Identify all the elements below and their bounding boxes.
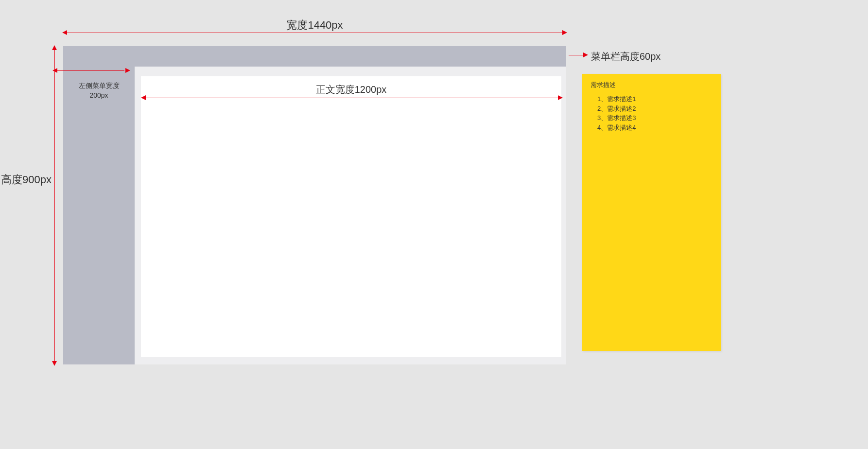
requirements-title: 需求描述 bbox=[590, 81, 712, 89]
height-arrow-line bbox=[54, 49, 55, 362]
sidebar: 左侧菜单宽度 200px bbox=[63, 67, 135, 364]
content-wrap: 左侧菜单宽度 200px bbox=[63, 67, 566, 364]
arrow-left-icon bbox=[52, 68, 57, 73]
total-height-label: 高度900px bbox=[1, 173, 52, 187]
arrow-right-icon bbox=[558, 95, 563, 100]
sidebar-width-label-line2: 200px bbox=[63, 91, 135, 101]
requirements-panel: 需求描述 1、需求描述1 2、需求描述2 3、需求描述3 4、需求描述4 bbox=[582, 74, 721, 351]
arrow-left-icon bbox=[141, 95, 146, 100]
main-content-area bbox=[141, 76, 561, 357]
arrow-right-icon bbox=[562, 30, 567, 35]
arrow-right-icon bbox=[583, 52, 588, 57]
content-width-arrow-line bbox=[145, 98, 558, 98]
content-width-label: 正文宽度1200px bbox=[141, 83, 561, 96]
arrow-down-icon bbox=[52, 361, 57, 366]
sidebar-width-label-line1: 左侧菜单宽度 bbox=[63, 81, 135, 91]
arrow-right-icon bbox=[125, 68, 130, 73]
requirement-item: 2、需求描述2 bbox=[597, 104, 712, 114]
total-width-label: 宽度1440px bbox=[63, 18, 566, 33]
requirement-item: 3、需求描述3 bbox=[597, 113, 712, 123]
requirement-item: 4、需求描述4 bbox=[597, 123, 712, 133]
width-arrow-line bbox=[66, 33, 564, 33]
sidebar-width-arrow-line bbox=[56, 70, 124, 71]
header-bar bbox=[63, 46, 566, 67]
layout-frame: 宽度1440px 高度900px 菜单栏高度60px 左侧菜单宽度 200px … bbox=[63, 46, 566, 364]
arrow-left-icon bbox=[62, 30, 67, 35]
menu-bar-height-label: 菜单栏高度60px bbox=[591, 50, 660, 63]
menu-height-arrow-line bbox=[569, 55, 583, 55]
arrow-up-icon bbox=[52, 45, 57, 50]
requirement-item: 1、需求描述1 bbox=[597, 94, 712, 104]
